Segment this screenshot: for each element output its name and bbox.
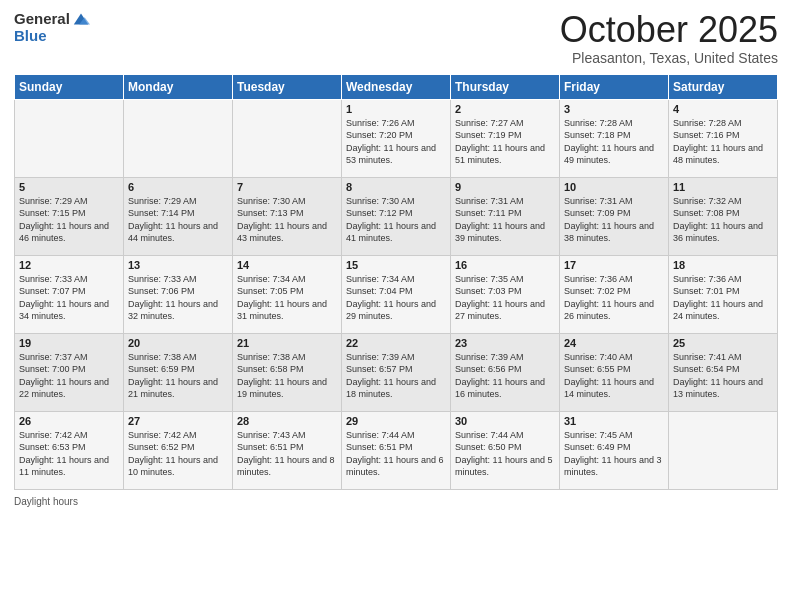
- day-info: Sunrise: 7:29 AMSunset: 7:15 PMDaylight:…: [19, 195, 119, 245]
- day-of-week-header: Sunday: [15, 74, 124, 99]
- day-number: 8: [346, 181, 446, 193]
- day-number: 18: [673, 259, 773, 271]
- day-of-week-header: Saturday: [669, 74, 778, 99]
- day-number: 29: [346, 415, 446, 427]
- day-number: 11: [673, 181, 773, 193]
- day-number: 21: [237, 337, 337, 349]
- calendar-day-cell: [124, 99, 233, 177]
- day-info: Sunrise: 7:26 AMSunset: 7:20 PMDaylight:…: [346, 117, 446, 167]
- calendar-day-cell: 16Sunrise: 7:35 AMSunset: 7:03 PMDayligh…: [451, 255, 560, 333]
- day-info: Sunrise: 7:39 AMSunset: 6:56 PMDaylight:…: [455, 351, 555, 401]
- day-info: Sunrise: 7:33 AMSunset: 7:07 PMDaylight:…: [19, 273, 119, 323]
- calendar-day-cell: 21Sunrise: 7:38 AMSunset: 6:58 PMDayligh…: [233, 333, 342, 411]
- calendar-day-cell: 1Sunrise: 7:26 AMSunset: 7:20 PMDaylight…: [342, 99, 451, 177]
- calendar-day-cell: 9Sunrise: 7:31 AMSunset: 7:11 PMDaylight…: [451, 177, 560, 255]
- day-number: 20: [128, 337, 228, 349]
- day-info: Sunrise: 7:28 AMSunset: 7:16 PMDaylight:…: [673, 117, 773, 167]
- calendar-week-row: 19Sunrise: 7:37 AMSunset: 7:00 PMDayligh…: [15, 333, 778, 411]
- calendar-day-cell: 26Sunrise: 7:42 AMSunset: 6:53 PMDayligh…: [15, 411, 124, 489]
- day-info: Sunrise: 7:39 AMSunset: 6:57 PMDaylight:…: [346, 351, 446, 401]
- day-number: 2: [455, 103, 555, 115]
- calendar-week-row: 26Sunrise: 7:42 AMSunset: 6:53 PMDayligh…: [15, 411, 778, 489]
- day-info: Sunrise: 7:36 AMSunset: 7:02 PMDaylight:…: [564, 273, 664, 323]
- day-info: Sunrise: 7:44 AMSunset: 6:51 PMDaylight:…: [346, 429, 446, 479]
- day-number: 9: [455, 181, 555, 193]
- calendar-week-row: 5Sunrise: 7:29 AMSunset: 7:15 PMDaylight…: [15, 177, 778, 255]
- day-info: Sunrise: 7:34 AMSunset: 7:04 PMDaylight:…: [346, 273, 446, 323]
- calendar-day-cell: [15, 99, 124, 177]
- calendar-day-cell: 30Sunrise: 7:44 AMSunset: 6:50 PMDayligh…: [451, 411, 560, 489]
- day-number: 6: [128, 181, 228, 193]
- calendar-day-cell: 31Sunrise: 7:45 AMSunset: 6:49 PMDayligh…: [560, 411, 669, 489]
- day-number: 26: [19, 415, 119, 427]
- calendar-day-cell: 3Sunrise: 7:28 AMSunset: 7:18 PMDaylight…: [560, 99, 669, 177]
- day-info: Sunrise: 7:32 AMSunset: 7:08 PMDaylight:…: [673, 195, 773, 245]
- day-info: Sunrise: 7:30 AMSunset: 7:12 PMDaylight:…: [346, 195, 446, 245]
- calendar-day-cell: 19Sunrise: 7:37 AMSunset: 7:00 PMDayligh…: [15, 333, 124, 411]
- calendar-day-cell: 10Sunrise: 7:31 AMSunset: 7:09 PMDayligh…: [560, 177, 669, 255]
- day-info: Sunrise: 7:45 AMSunset: 6:49 PMDaylight:…: [564, 429, 664, 479]
- logo-general: General: [14, 11, 70, 28]
- daylight-label: Daylight hours: [14, 496, 78, 507]
- calendar-day-cell: 6Sunrise: 7:29 AMSunset: 7:14 PMDaylight…: [124, 177, 233, 255]
- day-number: 28: [237, 415, 337, 427]
- logo-icon: [72, 10, 90, 28]
- day-number: 4: [673, 103, 773, 115]
- day-info: Sunrise: 7:27 AMSunset: 7:19 PMDaylight:…: [455, 117, 555, 167]
- calendar-day-cell: 4Sunrise: 7:28 AMSunset: 7:16 PMDaylight…: [669, 99, 778, 177]
- day-number: 10: [564, 181, 664, 193]
- calendar-day-cell: 24Sunrise: 7:40 AMSunset: 6:55 PMDayligh…: [560, 333, 669, 411]
- day-number: 15: [346, 259, 446, 271]
- day-info: Sunrise: 7:37 AMSunset: 7:00 PMDaylight:…: [19, 351, 119, 401]
- calendar-day-cell: [233, 99, 342, 177]
- calendar-day-cell: 18Sunrise: 7:36 AMSunset: 7:01 PMDayligh…: [669, 255, 778, 333]
- day-number: 17: [564, 259, 664, 271]
- day-info: Sunrise: 7:35 AMSunset: 7:03 PMDaylight:…: [455, 273, 555, 323]
- day-number: 30: [455, 415, 555, 427]
- day-info: Sunrise: 7:33 AMSunset: 7:06 PMDaylight:…: [128, 273, 228, 323]
- calendar-day-cell: 22Sunrise: 7:39 AMSunset: 6:57 PMDayligh…: [342, 333, 451, 411]
- day-info: Sunrise: 7:42 AMSunset: 6:52 PMDaylight:…: [128, 429, 228, 479]
- day-info: Sunrise: 7:31 AMSunset: 7:09 PMDaylight:…: [564, 195, 664, 245]
- calendar-day-cell: 25Sunrise: 7:41 AMSunset: 6:54 PMDayligh…: [669, 333, 778, 411]
- day-info: Sunrise: 7:43 AMSunset: 6:51 PMDaylight:…: [237, 429, 337, 479]
- day-of-week-header: Friday: [560, 74, 669, 99]
- day-info: Sunrise: 7:38 AMSunset: 6:59 PMDaylight:…: [128, 351, 228, 401]
- day-number: 7: [237, 181, 337, 193]
- calendar-day-cell: 20Sunrise: 7:38 AMSunset: 6:59 PMDayligh…: [124, 333, 233, 411]
- day-info: Sunrise: 7:44 AMSunset: 6:50 PMDaylight:…: [455, 429, 555, 479]
- calendar-day-cell: 13Sunrise: 7:33 AMSunset: 7:06 PMDayligh…: [124, 255, 233, 333]
- calendar-day-cell: 11Sunrise: 7:32 AMSunset: 7:08 PMDayligh…: [669, 177, 778, 255]
- header-row: SundayMondayTuesdayWednesdayThursdayFrid…: [15, 74, 778, 99]
- day-info: Sunrise: 7:38 AMSunset: 6:58 PMDaylight:…: [237, 351, 337, 401]
- calendar-day-cell: 28Sunrise: 7:43 AMSunset: 6:51 PMDayligh…: [233, 411, 342, 489]
- day-info: Sunrise: 7:34 AMSunset: 7:05 PMDaylight:…: [237, 273, 337, 323]
- day-of-week-header: Monday: [124, 74, 233, 99]
- day-info: Sunrise: 7:31 AMSunset: 7:11 PMDaylight:…: [455, 195, 555, 245]
- month-title: October 2025: [560, 10, 778, 50]
- calendar-day-cell: 2Sunrise: 7:27 AMSunset: 7:19 PMDaylight…: [451, 99, 560, 177]
- logo-blue: Blue: [14, 28, 90, 45]
- day-number: 19: [19, 337, 119, 349]
- day-number: 1: [346, 103, 446, 115]
- day-number: 3: [564, 103, 664, 115]
- header: General Blue October 2025 Pleasanton, Te…: [14, 10, 778, 66]
- calendar-week-row: 12Sunrise: 7:33 AMSunset: 7:07 PMDayligh…: [15, 255, 778, 333]
- day-number: 13: [128, 259, 228, 271]
- day-number: 14: [237, 259, 337, 271]
- calendar-day-cell: 14Sunrise: 7:34 AMSunset: 7:05 PMDayligh…: [233, 255, 342, 333]
- location: Pleasanton, Texas, United States: [560, 50, 778, 66]
- day-number: 22: [346, 337, 446, 349]
- day-number: 27: [128, 415, 228, 427]
- day-number: 23: [455, 337, 555, 349]
- calendar-day-cell: 7Sunrise: 7:30 AMSunset: 7:13 PMDaylight…: [233, 177, 342, 255]
- title-block: October 2025 Pleasanton, Texas, United S…: [560, 10, 778, 66]
- day-number: 25: [673, 337, 773, 349]
- day-info: Sunrise: 7:42 AMSunset: 6:53 PMDaylight:…: [19, 429, 119, 479]
- day-info: Sunrise: 7:36 AMSunset: 7:01 PMDaylight:…: [673, 273, 773, 323]
- day-of-week-header: Tuesday: [233, 74, 342, 99]
- calendar-day-cell: 8Sunrise: 7:30 AMSunset: 7:12 PMDaylight…: [342, 177, 451, 255]
- calendar-day-cell: 5Sunrise: 7:29 AMSunset: 7:15 PMDaylight…: [15, 177, 124, 255]
- day-number: 31: [564, 415, 664, 427]
- calendar-day-cell: 23Sunrise: 7:39 AMSunset: 6:56 PMDayligh…: [451, 333, 560, 411]
